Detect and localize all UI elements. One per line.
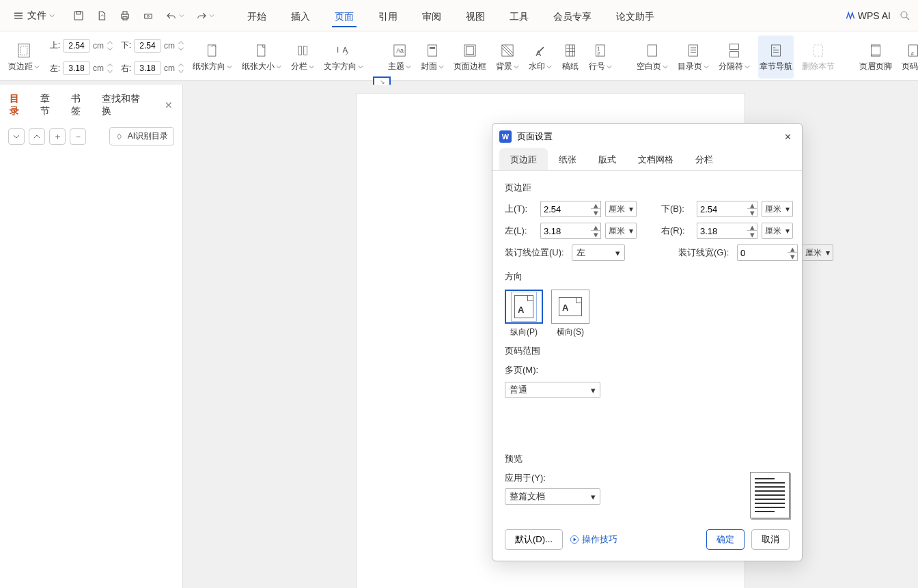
theme-icon: Aa (391, 42, 408, 59)
redo-button[interactable] (195, 10, 214, 22)
right-margin-input[interactable] (697, 223, 747, 239)
right-margin-label: 右(R): (661, 225, 693, 237)
top-margin-input[interactable] (540, 201, 591, 217)
spinner[interactable] (107, 40, 113, 52)
tab-member[interactable]: 会员专享 (541, 4, 604, 27)
dtab-paper[interactable]: 纸张 (548, 148, 587, 170)
svg-rect-11 (258, 45, 265, 56)
dialog-close-button[interactable]: ✕ (780, 129, 795, 144)
background-button[interactable]: 背景 (495, 36, 520, 79)
close-pane-button[interactable]: ✕ (165, 100, 173, 111)
expand-button[interactable] (8, 128, 25, 145)
dtab-columns[interactable]: 分栏 (684, 148, 724, 170)
remove-item-button[interactable]: － (70, 128, 86, 145)
bottom-margin-input[interactable] (697, 201, 747, 217)
portrait-option[interactable]: A 纵向(P) (505, 290, 543, 338)
dtab-margins[interactable]: 页边距 (499, 148, 548, 170)
spinner[interactable]: ▴▾ (747, 223, 757, 239)
page-range-section-title: 页码范围 (505, 345, 790, 357)
export-icon[interactable] (96, 10, 108, 22)
margin-top-input[interactable] (63, 39, 90, 53)
blank-page-button[interactable]: 空白页 (635, 36, 669, 79)
margins-button[interactable]: 页边距 (7, 36, 41, 79)
default-button[interactable]: 默认(D)... (505, 529, 563, 550)
sidetab-findreplace[interactable]: 查找和替换 (102, 93, 148, 117)
orientation-button[interactable]: 纸张方向 (191, 36, 234, 79)
text-direction-button[interactable]: ⅠA 文字方向 (322, 36, 365, 79)
spinner[interactable] (107, 62, 113, 74)
columns-button[interactable]: 分栏 (290, 36, 316, 79)
tab-tools[interactable]: 工具 (497, 4, 541, 27)
left-unit-dropdown[interactable]: 厘米▾ (605, 223, 637, 239)
chapter-nav-button[interactable]: 章节导航 (758, 36, 794, 79)
gutter-width-label: 装订线宽(G): (678, 247, 733, 259)
sidepane-tabs: 目录 章节 书签 查找和替换 ✕ (0, 85, 182, 124)
toc-page-button[interactable]: 目录页 (676, 36, 710, 79)
ai-toc-button[interactable]: AI识别目录 (109, 127, 174, 145)
dtab-grid[interactable]: 文档网格 (627, 148, 684, 170)
header-footer-button[interactable]: 页眉页脚 (858, 36, 893, 79)
landscape-option[interactable]: A 横向(S) (551, 290, 589, 338)
orientation-group: A 纵向(P) A 横向(S) (505, 290, 790, 338)
file-menu-label: 文件 (27, 10, 46, 22)
margin-right-input[interactable] (134, 61, 161, 75)
page-number-button[interactable]: # 页码 (900, 36, 918, 79)
spinner[interactable] (178, 62, 184, 74)
sidetab-toc[interactable]: 目录 (10, 93, 28, 117)
save-icon[interactable] (72, 10, 85, 22)
left-margin-input[interactable] (540, 223, 591, 239)
tab-insert[interactable]: 插入 (279, 4, 322, 27)
margin-top-label: 上: (48, 40, 60, 51)
wpsai-button[interactable]: WPS AI (846, 10, 891, 21)
multipage-dropdown[interactable]: 普通▾ (505, 382, 600, 398)
cancel-button[interactable]: 取消 (751, 529, 790, 550)
tab-page[interactable]: 页面 (322, 4, 366, 27)
theme-button[interactable]: Aa 主题 (387, 36, 413, 79)
background-icon (499, 42, 516, 59)
tab-start[interactable]: 开始 (235, 4, 279, 27)
tips-link[interactable]: 操作技巧 (570, 533, 617, 546)
page-border-button[interactable]: 页面边框 (452, 36, 488, 79)
margin-bottom-input[interactable] (134, 39, 161, 53)
tab-review[interactable]: 审阅 (410, 4, 454, 27)
paper-size-button[interactable]: 纸张大小 (240, 36, 283, 79)
search-icon[interactable] (899, 10, 911, 22)
gutter-unit-dropdown[interactable]: 厘米▾ (802, 244, 833, 261)
applyto-dropdown[interactable]: 整篇文档▾ (505, 488, 600, 505)
spinner[interactable] (178, 40, 184, 52)
add-item-button[interactable]: ＋ (49, 128, 66, 145)
sidetab-bookmark[interactable]: 书签 (71, 93, 89, 117)
watermark-button[interactable]: A 水印 (527, 36, 553, 79)
tab-view[interactable]: 视图 (454, 4, 497, 27)
ai-sparkle-icon (115, 132, 125, 141)
file-menu[interactable]: 文件 (7, 7, 60, 25)
margin-left-input[interactable] (63, 61, 90, 75)
collapse-button[interactable] (29, 128, 45, 145)
bottom-unit-dropdown[interactable]: 厘米▾ (762, 201, 793, 217)
line-number-button[interactable]: 12 行号 (587, 36, 613, 79)
spinner[interactable]: ▴▾ (747, 201, 757, 217)
chevron-down-icon (276, 64, 281, 70)
margin-bottom-label: 下: (119, 40, 131, 51)
spinner[interactable]: ▴▾ (788, 244, 798, 261)
tab-paper[interactable]: 论文助手 (604, 4, 667, 27)
tab-reference[interactable]: 引用 (366, 4, 410, 27)
gutter-pos-dropdown[interactable]: 左▾ (572, 244, 625, 261)
dtab-layout[interactable]: 版式 (587, 148, 627, 170)
spinner[interactable]: ▴▾ (591, 223, 601, 239)
manuscript-button[interactable]: 稿纸 (560, 36, 581, 79)
chevron-down-icon (34, 64, 40, 70)
undo-button[interactable] (165, 10, 184, 22)
gutter-width-input[interactable] (737, 244, 788, 261)
cover-button[interactable]: 封面 (419, 36, 445, 79)
spinner[interactable]: ▴▾ (591, 201, 601, 217)
ok-button[interactable]: 确定 (706, 529, 745, 550)
paper-size-icon (253, 42, 270, 59)
print-preview-icon[interactable] (142, 10, 154, 22)
right-unit-dropdown[interactable]: 厘米▾ (762, 223, 793, 239)
break-button[interactable]: 分隔符 (717, 36, 751, 79)
svg-rect-27 (689, 45, 698, 56)
print-icon[interactable] (119, 10, 131, 22)
sidetab-chapter[interactable]: 章节 (40, 93, 59, 117)
top-unit-dropdown[interactable]: 厘米▾ (605, 201, 637, 217)
